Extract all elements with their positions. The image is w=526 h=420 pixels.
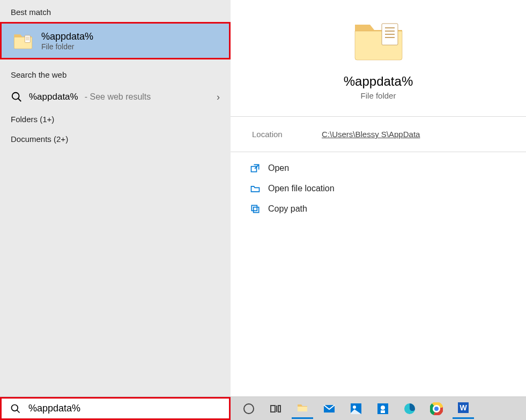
web-search-suffix: - See web results [85,92,151,102]
svg-rect-19 [278,406,280,412]
svg-rect-12 [254,207,259,213]
search-icon [11,91,23,103]
best-match-result[interactable]: %appdata% File folder [0,22,231,59]
location-path[interactable]: C:\Users\Blessy S\AppData [322,130,420,139]
action-label: Open file location [268,184,335,193]
svg-point-16 [244,404,254,414]
svg-point-31 [434,407,439,411]
search-input[interactable] [28,403,220,414]
best-match-title: %appdata% [41,31,93,42]
svg-point-24 [381,406,385,410]
search-web-row[interactable]: %appdata% - See web results › [0,85,231,109]
cortana-icon[interactable] [238,399,260,419]
open-icon [250,163,261,174]
folder-open-icon [250,183,261,194]
svg-line-15 [17,410,20,412]
svg-point-22 [353,406,356,409]
category-documents[interactable]: Documents (2+) [0,129,231,149]
detail-title: %appdata% [344,74,413,89]
file-explorer-icon[interactable] [292,399,313,419]
detail-pane: %appdata% File folder Location C:\Users\… [231,0,526,396]
svg-line-5 [18,99,21,102]
svg-rect-13 [251,205,257,211]
svg-rect-0 [25,35,30,42]
taskbar-row: W [0,396,526,420]
location-label: Location [252,130,322,139]
svg-rect-17 [271,406,275,412]
folder-icon [352,16,405,64]
photos-icon[interactable] [345,399,367,419]
search-icon [10,403,21,414]
action-label: Copy path [268,204,307,214]
chevron-right-icon: › [217,92,220,103]
web-search-term: %appdata% [29,92,78,102]
chrome-icon[interactable] [426,399,447,419]
word-icon[interactable]: W [453,399,474,419]
category-folders[interactable]: Folders (1+) [0,109,231,129]
svg-rect-25 [381,410,385,413]
svg-point-14 [12,404,18,411]
search-web-heading: Search the web [0,59,231,85]
mail-icon[interactable] [318,399,340,419]
action-open-file-location[interactable]: Open file location [250,183,507,194]
search-results-pane: Best match %appdata% File folder Search … [0,0,231,396]
best-match-heading: Best match [0,5,231,22]
action-label: Open [268,163,289,173]
search-box[interactable] [0,397,231,420]
folder-icon [12,30,34,51]
svg-text:W: W [460,403,467,412]
best-match-subtitle: File folder [41,42,93,51]
feedback-icon[interactable] [372,399,394,419]
svg-point-4 [12,93,19,100]
action-open[interactable]: Open [250,163,507,174]
detail-subtitle: File folder [361,91,396,100]
task-view-icon[interactable] [265,399,286,419]
action-copy-path[interactable]: Copy path [250,204,507,214]
taskbar: W [231,397,526,420]
edge-icon[interactable] [399,399,420,419]
copy-icon [250,204,261,214]
